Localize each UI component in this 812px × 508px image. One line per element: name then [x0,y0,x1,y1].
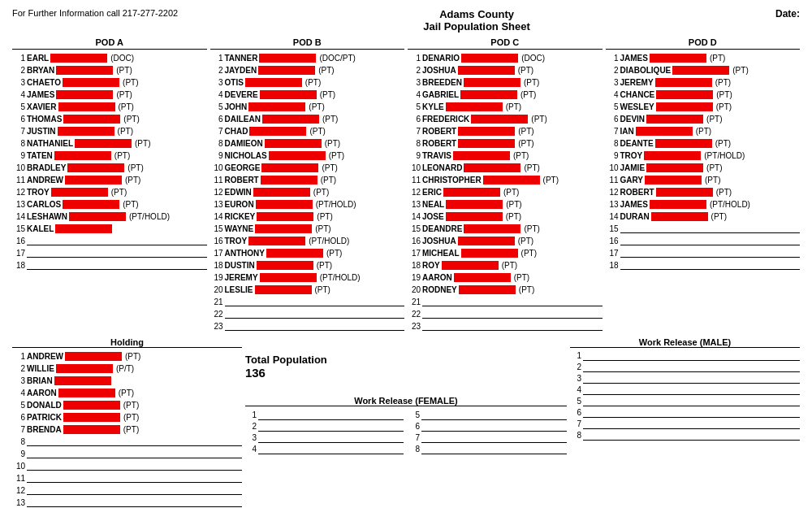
row-number: 14 [408,212,421,221]
last-name-redacted [442,261,499,270]
row-number: 4 [12,389,25,397]
inmate-status: (PT) [114,151,130,160]
name-block: NATHANIEL(PT) [27,139,207,148]
inmate-status: (PT) [524,163,539,172]
inmate-status: (PT) [732,66,748,75]
first-name: XAVIER [27,102,57,111]
wr-female-row: 8 [408,444,567,454]
name-block: ROBERT(PT) [620,188,801,197]
last-name-redacted [58,102,115,111]
inmate-status: (PT) [305,78,321,87]
inmate-status: (DOC) [521,54,545,63]
row-number: 9 [12,449,25,458]
wr-male-row: 3 [570,373,800,384]
first-name: NEAL [422,200,444,209]
pod-a: POD A 1EARL(DOC)2BRYAN(PT)3CHAETO(PT)4JA… [12,37,207,332]
inmate-row: 17 [12,247,207,258]
last-name-redacted [446,212,503,221]
first-name: TROY [620,151,643,160]
last-name-redacted [55,224,112,233]
inmate-row: 4AARON(PT) [12,387,242,398]
total-pop-label: Total Population [245,354,567,366]
row-number: 3 [12,376,25,385]
row-number: 6 [12,413,25,422]
first-name: LESHAWN [27,212,67,221]
pod-c: POD C 1DENARIO(DOC)2JOSHUA(PT)3BREEDEN(P… [408,37,603,332]
row-number: 2 [210,66,223,75]
first-name: WILLIE [27,364,54,373]
row-number: 5 [210,102,223,111]
first-name: RODNEY [422,285,457,294]
last-name-redacted [483,176,540,185]
name-block: TATEN(PT) [27,151,207,160]
row-number: 17 [408,249,421,258]
row-number: 10 [408,163,421,172]
inmate-status: (PT) [506,102,521,111]
inmate-row: 6DAILEAN(PT) [210,113,405,124]
name-block: AARON(PT) [422,273,603,282]
first-name: ROBERT [422,127,456,136]
first-name: AARON [27,389,57,397]
name-block: IAN(PT) [620,127,801,136]
name-block: XAVIER(PT) [27,102,207,111]
last-name-redacted [266,249,323,258]
inmate-status: (PT) [321,176,336,185]
wr-row-number: 2 [570,363,581,371]
first-name: DIABOLIQUE [620,66,672,75]
empty-line [27,236,207,245]
name-block: NICHOLAS(PT) [225,151,405,160]
row-number: 5 [12,102,25,111]
last-name-redacted [646,163,703,172]
row-number: 15 [408,224,421,233]
name-block: BRADLEY(PT) [27,163,207,172]
name-block: BREEDEN(PT) [422,78,603,87]
wr-row-number: 5 [570,397,581,406]
pod-d-rows: 1JAMES(PT)2DIABOLIQUE(PT)3JEREMY(PT)4CHA… [606,52,801,271]
first-name: JEREMY [620,78,654,87]
row-number: 23 [210,322,223,331]
inmate-row: 7BRENDA(PT) [12,423,242,435]
row-number: 13 [12,498,25,507]
row-number: 8 [12,139,25,148]
last-name-redacted [56,66,113,75]
first-name: TANNER [225,54,258,63]
inmate-status: (PT) [326,249,342,258]
name-block: RODNEY(PT) [422,285,603,294]
inmate-status: (PT) [716,90,732,99]
name-block: ROBERT(PT) [422,127,603,136]
inmate-status: (PT) [518,66,533,75]
inmate-row: 18ROY(PT) [408,259,603,271]
first-name: ANTHONY [225,249,265,258]
wr-male-row: 2 [570,362,800,372]
page-header: For Further Information call 217-277-220… [12,8,800,33]
name-block: DEANDRE(PT) [422,224,603,233]
inmate-status: (PT) [318,66,334,75]
name-block: TROY(PT/HOLD) [620,151,801,160]
first-name: JAMES [620,200,648,209]
first-name: JAMIE [620,163,646,172]
empty-line [225,321,405,331]
inmate-row: 22 [210,308,405,319]
row-number: 16 [606,237,619,245]
inmate-row: 10GEORGE(PT) [210,162,405,173]
inmate-row: 18DUSTIN(PT) [210,259,405,271]
inmate-status: (PT) [315,224,330,233]
inmate-row: 9 [12,448,242,459]
last-name-redacted [69,212,126,221]
pod-c-rows: 1DENARIO(DOC)2JOSHUA(PT)3BREEDEN(PT)4GAB… [408,52,603,332]
first-name: NICHOLAS [225,151,267,160]
inmate-row: 12TROY(PT) [12,186,207,198]
inmate-row: 16JOSHUA(PT) [408,235,603,246]
name-block: DEANTE(PT) [620,139,801,148]
inmate-status: (PT) [543,176,559,185]
name-block: JEREMY(PT) [620,78,801,87]
name-block: CARLOS(PT) [27,200,207,209]
inmate-row: 15WAYNE(PT) [210,223,405,234]
inmate-status: (PT) [322,115,338,124]
inmate-status: (PT/HOLD) [320,273,361,282]
name-block: ERIC(PT) [422,188,603,197]
last-name-redacted [63,413,120,422]
first-name: TATEN [27,151,53,160]
first-name: DAILEAN [225,115,261,124]
last-name-redacted [257,261,313,270]
